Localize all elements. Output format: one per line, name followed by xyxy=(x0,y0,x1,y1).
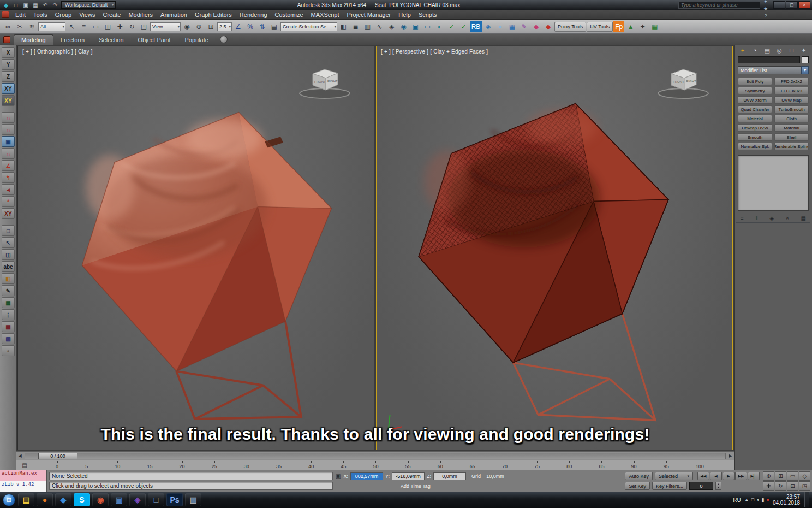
explorer-icon[interactable]: ▤ xyxy=(18,493,34,506)
maximize-viewport-icon[interactable]: ◳ xyxy=(799,481,810,491)
modifier-preset-button[interactable]: Edit Poly xyxy=(738,78,772,85)
modifier-preset-button[interactable]: Normalize Spl. xyxy=(738,143,772,150)
snap-toggle-dropdown[interactable]: 2.5 xyxy=(217,22,232,31)
display-tab-icon[interactable]: □ xyxy=(787,46,796,54)
time-slider-track[interactable]: 0 / 100 xyxy=(25,453,726,459)
edit-named-sets-icon[interactable]: ▤ xyxy=(268,21,280,32)
wrench-plugin-icon[interactable]: ✦ xyxy=(637,21,648,32)
previous-frame-button[interactable]: ◀ xyxy=(710,472,722,480)
go-to-start-button[interactable]: ◀◀ xyxy=(697,472,709,480)
open-file-icon[interactable]: ▣ xyxy=(21,1,30,9)
grid-blue-rail-icon[interactable]: ▨ xyxy=(2,333,15,344)
listener-line[interactable]: zLib v 1.42 xyxy=(0,481,46,492)
select-object-icon[interactable]: ↖ xyxy=(66,21,77,32)
modifier-preset-button[interactable]: Material xyxy=(774,124,809,132)
media-app-icon[interactable]: ◈ xyxy=(129,493,146,506)
keyboard-override-icon[interactable]: ⊞ xyxy=(205,21,217,32)
snap-a-icon[interactable]: ∩ xyxy=(2,112,15,123)
show-end-result-icon[interactable]: ‖ xyxy=(756,215,758,221)
align-icon[interactable]: ≣ xyxy=(350,21,361,32)
track-bar[interactable]: ▤ 05101520253035404550556065707580859095… xyxy=(16,460,734,470)
timeline-right-arrow[interactable]: ▶ xyxy=(727,453,734,458)
new-scene-icon[interactable]: □ xyxy=(11,1,20,9)
arrow-turn-icon[interactable]: ↰ xyxy=(2,172,15,183)
menu-item[interactable]: Help xyxy=(395,10,415,20)
ribbon-logo-icon[interactable] xyxy=(3,36,10,43)
network-tray-icon[interactable]: ▮ xyxy=(762,497,765,503)
search-input[interactable] xyxy=(678,2,760,9)
create-tab-icon[interactable]: + xyxy=(738,46,747,54)
abc-rail-icon[interactable]: abc xyxy=(2,261,15,272)
clock[interactable]: 23:57 04.01.2018 xyxy=(773,494,801,506)
snap-b-icon[interactable]: ∩ xyxy=(2,124,15,135)
configure-modifier-sets-icon[interactable]: ▦ xyxy=(801,215,806,221)
named-sets-dropdown[interactable]: Create Selection Se xyxy=(280,22,337,31)
modifier-preset-button[interactable]: UVW Map xyxy=(774,96,809,104)
render-production-icon[interactable]: ◐ xyxy=(434,21,445,32)
modifier-preset-button[interactable]: TurboSmooth xyxy=(774,105,809,113)
modifier-preset-button[interactable]: Quad Chamfer xyxy=(738,105,772,113)
rb-plugin-icon[interactable]: RB xyxy=(470,21,482,32)
axis-z-button[interactable]: Z xyxy=(2,71,15,82)
frame-spinner[interactable]: ▲▼ xyxy=(715,482,721,490)
hierarchy-tab-icon[interactable]: ▤ xyxy=(763,46,772,54)
orbit-icon[interactable]: ↻ xyxy=(775,481,786,491)
maximize-button[interactable]: □ xyxy=(786,1,798,9)
alert-tray-icon[interactable]: ● xyxy=(767,497,769,503)
help-icon[interactable]: ? xyxy=(762,12,769,19)
menu-item[interactable]: Customize xyxy=(271,10,307,20)
grid-red-rail-icon[interactable]: ▩ xyxy=(2,321,15,332)
auto-key-button[interactable]: Auto Key xyxy=(625,472,653,480)
viewcube[interactable]: FRONT RIGHT xyxy=(655,65,715,100)
axis-xy-small-button[interactable]: XY xyxy=(2,208,15,219)
reference-coordinate-dropdown[interactable]: View xyxy=(150,22,181,31)
modifier-preset-button[interactable]: Symmetry xyxy=(738,87,772,94)
ribbon-tab-modeling[interactable]: Modeling xyxy=(14,34,53,45)
box-rail-icon[interactable]: ▫ xyxy=(2,345,15,356)
show-desktop-button[interactable] xyxy=(804,492,809,507)
zoom-icon[interactable]: ⊕ xyxy=(763,471,774,481)
selection-lock-icon[interactable]: ▣ xyxy=(336,473,341,479)
make-unique-icon[interactable]: ◈ xyxy=(769,215,774,221)
menu-item[interactable]: Edit xyxy=(11,10,29,20)
current-frame-field[interactable]: 0 xyxy=(689,482,713,490)
maxscript-mini-listener[interactable]: actionMan.ex zLib v 1.42 xyxy=(0,470,47,492)
sphere-plugin-icon[interactable]: ● xyxy=(494,21,506,32)
zoom-all-icon[interactable]: ⊞ xyxy=(775,471,786,481)
minimize-button[interactable]: — xyxy=(773,1,785,9)
add-time-tag[interactable]: Add Time Tag xyxy=(401,483,431,489)
select-and-link-icon[interactable]: ∞ xyxy=(2,21,14,32)
percent-snap-icon[interactable]: % xyxy=(244,21,256,32)
modifier-preset-button[interactable]: FFD 2x2x2 xyxy=(774,78,809,85)
fov-icon[interactable]: ◇ xyxy=(799,471,810,481)
scatter-plugin-icon[interactable]: ◆ xyxy=(530,21,542,32)
go-to-end-button[interactable]: ▶▏ xyxy=(748,472,760,480)
viewcube-right-label[interactable]: RIGHT xyxy=(327,80,338,83)
play-button[interactable]: ▶ xyxy=(723,472,735,480)
app-logo-icon[interactable]: ◆ xyxy=(2,1,10,9)
material-editor-icon[interactable]: ◉ xyxy=(398,21,409,32)
ribbon-options-icon[interactable] xyxy=(220,36,228,43)
selection-filter-dropdown[interactable]: All xyxy=(38,22,65,31)
monitor-rail-icon[interactable]: □ xyxy=(2,225,15,236)
modifier-list-dropdown[interactable]: Modifier List xyxy=(738,66,801,74)
select-by-name-icon[interactable]: ≡ xyxy=(78,21,89,32)
pin-plugin-icon[interactable]: ◆ xyxy=(542,21,554,32)
language-indicator[interactable]: RU xyxy=(733,497,741,503)
snap-highlight-icon[interactable]: ▣ xyxy=(2,136,15,147)
vray-check2-icon[interactable]: ✓ xyxy=(458,21,469,32)
brush-plugin-icon[interactable]: ✎ xyxy=(518,21,530,32)
ribbon-tab-freeform[interactable]: Freeform xyxy=(53,35,92,45)
ribbon-tab-object-paint[interactable]: Object Paint xyxy=(131,35,178,45)
set-key-button[interactable]: Set Key xyxy=(625,482,650,490)
hidden-icons-arrow[interactable]: ▲ xyxy=(744,497,749,503)
communication-center-icon[interactable]: ✦ xyxy=(762,0,769,5)
vray-check-icon[interactable]: ✓ xyxy=(446,21,457,32)
rendered-frame-icon[interactable]: ▭ xyxy=(422,21,433,32)
menu-item[interactable]: Rendering xyxy=(236,10,271,20)
menu-item[interactable]: Animation xyxy=(157,10,191,20)
proxy-tools-button[interactable]: Proxy Tools xyxy=(554,22,586,32)
app-menu-icon[interactable] xyxy=(2,11,9,18)
close-button[interactable]: × xyxy=(798,1,810,9)
viewcube-right-label[interactable]: RIGHT xyxy=(686,80,696,83)
